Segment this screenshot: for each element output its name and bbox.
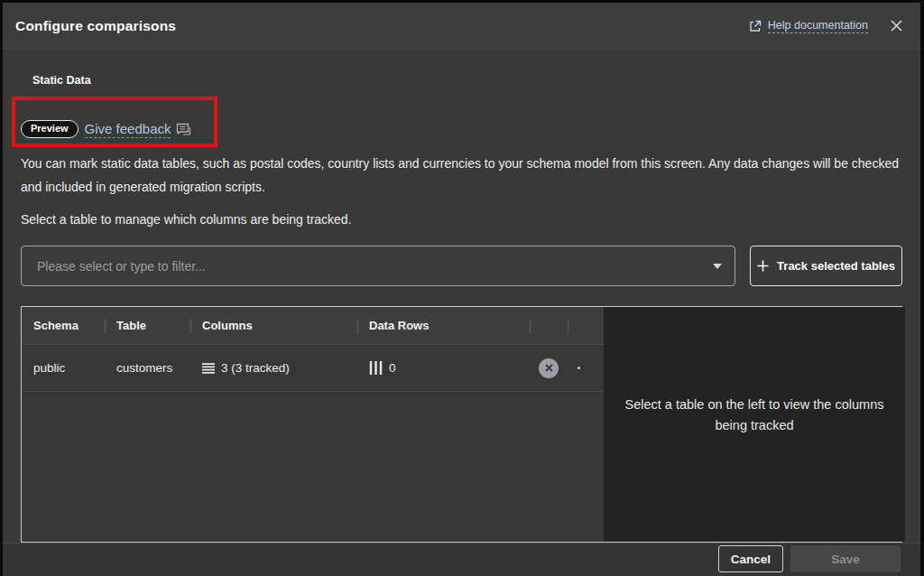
- chevron-down-icon: [713, 264, 722, 269]
- empty-selection-message: Select a table on the left to view the c…: [618, 395, 891, 436]
- instruction-paragraph: Select a table to manage which columns a…: [21, 212, 902, 227]
- close-icon[interactable]: [886, 16, 906, 36]
- table-filter-select[interactable]: Please select or type to filter...: [21, 246, 735, 286]
- help-documentation-link[interactable]: Help documentation: [749, 19, 868, 33]
- dialog-header: Configure comparisons Help documentation: [3, 3, 920, 50]
- feedback-chat-icon: [176, 123, 191, 136]
- columns-detail-panel: Select a table on the left to view the c…: [604, 307, 905, 542]
- table-header-row: Schema Table Columns Data Rows: [22, 307, 604, 345]
- clipped-icon-dot: [578, 367, 580, 369]
- columns-bars-icon: [369, 361, 383, 375]
- cell-columns: 3 (3 tracked): [221, 361, 290, 375]
- configure-comparisons-dialog: Configure comparisons Help documentation: [3, 3, 920, 569]
- table-filter-placeholder: Please select or type to filter...: [37, 259, 206, 274]
- dialog-content: Static Data Preview Give feedback You ca…: [3, 50, 920, 543]
- red-highlight-annotation: Preview Give feedback: [12, 97, 217, 147]
- controls-row: Please select or type to filter... Track…: [21, 246, 902, 286]
- cell-schema: public: [33, 361, 65, 375]
- dialog-footer: Cancel Save: [3, 543, 920, 576]
- track-selected-tables-button[interactable]: Track selected tables: [750, 246, 902, 286]
- external-link-icon: [749, 20, 762, 33]
- tracked-tables-table: Schema Table Columns Data Rows public cu…: [22, 307, 604, 542]
- column-header-columns: Columns: [202, 319, 253, 332]
- help-documentation-label: Help documentation: [768, 19, 868, 33]
- save-button[interactable]: Save: [790, 545, 901, 572]
- column-header-table: Table: [116, 319, 146, 332]
- static-data-section-label: Static Data: [21, 74, 902, 87]
- column-header-data-rows: Data Rows: [369, 319, 429, 332]
- plus-icon: [757, 260, 769, 272]
- track-selected-tables-label: Track selected tables: [777, 259, 895, 273]
- rows-stack-icon: [202, 363, 215, 374]
- tracked-tables-panel: Schema Table Columns Data Rows public cu…: [21, 306, 902, 543]
- cell-table: customers: [116, 361, 172, 375]
- give-feedback-link[interactable]: Give feedback: [85, 121, 192, 138]
- cancel-button[interactable]: Cancel: [718, 545, 783, 572]
- preview-badge: Preview: [21, 120, 79, 138]
- dialog-title: Configure comparisons: [15, 18, 176, 34]
- cell-data-rows: 0: [389, 361, 396, 375]
- column-header-schema: Schema: [33, 319, 79, 332]
- table-row[interactable]: public customers 3 (3 tracked): [22, 345, 604, 392]
- give-feedback-label: Give feedback: [85, 121, 171, 138]
- remove-table-icon[interactable]: [539, 358, 559, 378]
- description-paragraph: You can mark static data tables, such as…: [21, 152, 902, 199]
